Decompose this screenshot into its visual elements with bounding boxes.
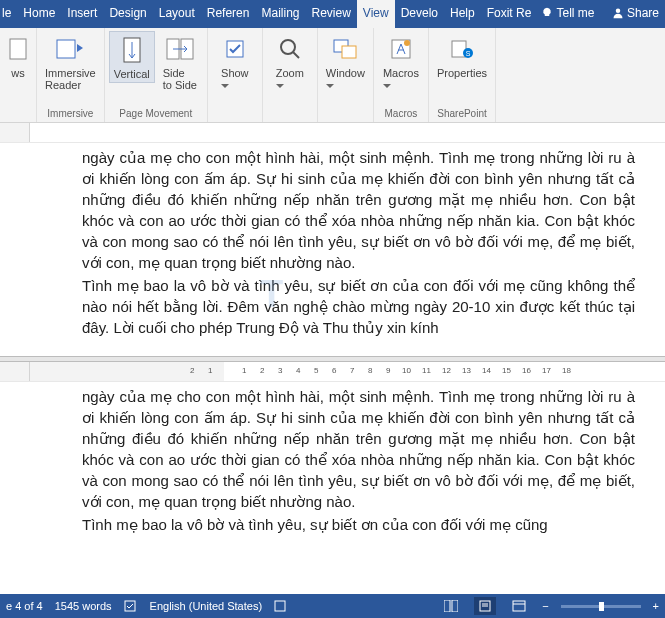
group-window: Window: [318, 28, 374, 122]
svg-rect-2: [57, 40, 75, 58]
horizontal-ruler-top[interactable]: [0, 123, 665, 143]
window-button[interactable]: Window: [322, 31, 369, 93]
tab-design[interactable]: Design: [103, 0, 152, 28]
document-area: T ngày của mẹ cho con một hình hài, một …: [0, 143, 665, 594]
document-pane-top[interactable]: ngày của mẹ cho con một hình hài, một si…: [0, 143, 665, 356]
ruler-scale-2: 21 12 34 56 78 910 1112 1314 1516 1718: [30, 362, 665, 381]
paragraph: ngày của mẹ cho con một hình hài, một si…: [82, 147, 635, 273]
tab-view[interactable]: View: [357, 0, 395, 28]
share-icon: [612, 7, 624, 19]
chevron-down-icon: [326, 84, 334, 89]
zoom-out-button[interactable]: −: [542, 600, 548, 612]
doc-icon: [8, 37, 28, 61]
paragraph: Tình mẹ bao la vô bờ và tình yêu, sự biế…: [82, 514, 635, 535]
svg-text:S: S: [466, 50, 471, 57]
horizontal-ruler-bottom[interactable]: 21 12 34 56 78 910 1112 1314 1516 1718: [0, 362, 665, 382]
word-count[interactable]: 1545 words: [55, 600, 112, 612]
tell-me[interactable]: Tell me: [537, 0, 598, 28]
paragraph: ngày của mẹ cho con một hình hài, một si…: [82, 386, 635, 512]
book-speaker-icon: [55, 36, 85, 62]
side-pages-icon: [165, 37, 195, 61]
macro-recording-button[interactable]: [274, 600, 286, 612]
svg-rect-16: [275, 601, 285, 611]
switch-windows-icon: [332, 38, 358, 60]
group-macros-label: Macros: [385, 106, 418, 121]
properties-button[interactable]: S Properties: [433, 31, 491, 81]
magnifier-icon: [278, 37, 302, 61]
svg-rect-17: [444, 600, 450, 612]
read-mode-button[interactable]: [440, 597, 462, 615]
language-indicator[interactable]: English (United States): [150, 600, 263, 612]
tab-developer[interactable]: Develo: [395, 0, 444, 28]
zoom-thumb[interactable]: [599, 602, 604, 611]
ribbon-tabs: le Home Insert Design Layout Referen Mai…: [0, 0, 665, 28]
svg-rect-9: [342, 46, 356, 58]
tab-review[interactable]: Review: [305, 0, 356, 28]
zoom-button[interactable]: Zoom: [267, 31, 313, 93]
macros-icon: [389, 37, 413, 61]
svg-rect-1: [10, 39, 26, 59]
group-page-movement: Vertical Sideto Side Page Movement: [105, 28, 208, 122]
macros-button[interactable]: Macros: [378, 31, 424, 93]
status-bar: e 4 of 4 1545 words English (United Stat…: [0, 594, 665, 618]
record-icon: [274, 600, 286, 612]
svg-point-7: [281, 40, 295, 54]
ruler-corner: [0, 123, 30, 142]
tab-insert[interactable]: Insert: [61, 0, 103, 28]
print-layout-button[interactable]: [474, 597, 496, 615]
svg-point-11: [404, 40, 410, 46]
tab-home[interactable]: Home: [17, 0, 61, 28]
group-sharepoint: S Properties SharePoint: [429, 28, 496, 122]
ribbon: ws ImmersiveReader Immersive Vertical Si…: [0, 28, 665, 123]
chevron-down-icon: [276, 84, 284, 89]
immersive-reader-button[interactable]: ImmersiveReader: [41, 31, 100, 93]
group-sharepoint-label: SharePoint: [437, 106, 486, 121]
print-layout-icon: [478, 600, 492, 612]
checkbox-icon: [225, 39, 245, 59]
group-immersive: ImmersiveReader Immersive: [37, 28, 105, 122]
document-pane-bottom[interactable]: ngày của mẹ cho con một hình hài, một si…: [0, 382, 665, 595]
sharepoint-icon: S: [450, 37, 474, 61]
web-layout-icon: [512, 600, 526, 612]
lightbulb-icon: [541, 7, 553, 19]
page-indicator[interactable]: e 4 of 4: [6, 600, 43, 612]
group-views-partial: ws: [0, 28, 37, 122]
tab-partial[interactable]: le: [0, 0, 17, 28]
group-zoom: Zoom: [263, 28, 318, 122]
vertical-button[interactable]: Vertical: [109, 31, 155, 83]
views-partial-button[interactable]: ws: [4, 31, 32, 81]
tell-me-label: Tell me: [557, 6, 595, 20]
tab-help[interactable]: Help: [444, 0, 481, 28]
show-button[interactable]: Show: [212, 31, 258, 93]
tab-mailings[interactable]: Mailing: [255, 0, 305, 28]
book-check-icon: [124, 599, 138, 613]
paragraph: Tình mẹ bao la vô bờ và tình yêu, sự biế…: [82, 275, 635, 338]
tab-layout[interactable]: Layout: [153, 0, 201, 28]
vertical-page-icon: [121, 36, 143, 64]
svg-point-0: [615, 9, 620, 14]
svg-rect-18: [452, 600, 458, 612]
spellcheck-button[interactable]: [124, 599, 138, 613]
ruler-scale: [30, 123, 665, 142]
zoom-slider[interactable]: [561, 605, 641, 608]
group-immersive-label: Immersive: [47, 106, 93, 121]
read-mode-icon: [444, 600, 458, 612]
chevron-down-icon: [383, 84, 391, 89]
tab-references[interactable]: Referen: [201, 0, 256, 28]
share-label: Share: [627, 6, 659, 20]
web-layout-button[interactable]: [508, 597, 530, 615]
tab-foxit[interactable]: Foxit Re: [481, 0, 538, 28]
svg-rect-15: [125, 601, 135, 611]
group-macros: Macros Macros: [374, 28, 429, 122]
chevron-down-icon: [221, 84, 229, 89]
group-page-movement-label: Page Movement: [119, 106, 192, 121]
side-to-side-button[interactable]: Sideto Side: [157, 31, 203, 93]
svg-rect-22: [513, 601, 525, 611]
share-button[interactable]: Share: [606, 0, 665, 28]
group-show: Show: [208, 28, 263, 122]
zoom-in-button[interactable]: +: [653, 600, 659, 612]
